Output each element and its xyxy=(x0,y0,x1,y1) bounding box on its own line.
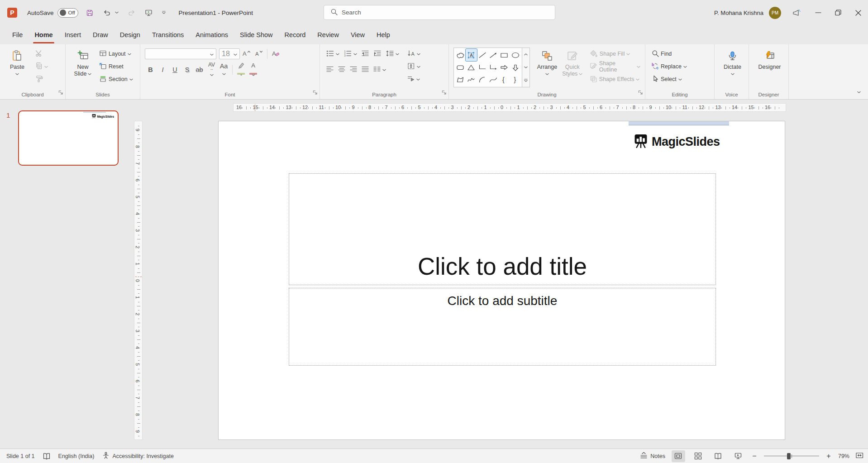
shape-text-box[interactable]: A xyxy=(466,49,477,61)
columns-button-chevron-icon[interactable] xyxy=(382,67,386,73)
zoom-slider-thumb[interactable] xyxy=(787,453,791,459)
shape-line[interactable] xyxy=(477,49,488,61)
shape-down-arrow[interactable] xyxy=(510,61,521,73)
font-color-button[interactable]: A xyxy=(248,64,259,76)
increase-indent-button[interactable] xyxy=(372,49,383,59)
shape-left-brace[interactable]: { xyxy=(499,74,510,86)
tab-file[interactable]: File xyxy=(6,25,29,44)
zoom-out-button[interactable]: − xyxy=(751,452,758,460)
character-spacing-button-chevron-icon[interactable] xyxy=(210,71,214,78)
shape-elbow-arrow-connector[interactable] xyxy=(488,61,499,73)
change-case-button-chevron-icon[interactable] xyxy=(222,70,226,77)
shape-rounded-rectangle[interactable] xyxy=(455,61,466,73)
increase-font-size-button[interactable]: A xyxy=(241,49,252,59)
section-button[interactable]: Section xyxy=(97,74,135,85)
select-button[interactable]: Select xyxy=(650,74,684,85)
save-icon[interactable] xyxy=(85,7,95,18)
character-spacing-button[interactable]: AV↔ xyxy=(206,64,217,76)
select-button-chevron-icon[interactable] xyxy=(678,76,682,82)
zoom-in-button[interactable]: + xyxy=(825,452,832,460)
magicslides-logo[interactable]: MagicSlides xyxy=(634,134,720,150)
shape-elbow-connector[interactable] xyxy=(477,61,488,73)
align-text-button-chevron-icon[interactable] xyxy=(417,63,420,70)
autosave-control[interactable]: AutoSave Off xyxy=(27,8,78,18)
dictate-button[interactable]: Dictate xyxy=(720,48,745,77)
undo-chevron-icon[interactable] xyxy=(114,7,120,18)
shapes-scroll-down-icon[interactable] xyxy=(522,61,529,74)
tab-home[interactable]: Home xyxy=(29,25,58,44)
fit-to-window-icon[interactable] xyxy=(856,452,863,461)
underline-button[interactable]: U xyxy=(169,64,181,76)
user-name[interactable]: P. Mohana Krishna xyxy=(714,10,763,16)
qat-customize-icon[interactable] xyxy=(161,7,167,18)
font-size-combo[interactable]: 18 xyxy=(219,48,240,59)
whats-new-megaphone-icon[interactable] xyxy=(791,7,802,18)
bullets-button[interactable] xyxy=(324,49,341,59)
columns-button[interactable] xyxy=(372,65,388,75)
quick-styles-button[interactable]: Quick Styles xyxy=(560,48,585,87)
shape-fill-button-chevron-icon[interactable] xyxy=(626,51,630,57)
horizontal-ruler[interactable]: 1615141312111098765432101234567891011121… xyxy=(233,103,786,112)
search-box[interactable]: Search xyxy=(324,5,555,20)
autosave-toggle[interactable]: Off xyxy=(57,8,78,18)
convert-to-smartart-button-chevron-icon[interactable] xyxy=(416,76,420,82)
shape-outline-button-chevron-icon[interactable] xyxy=(637,63,640,70)
font-name-chevron-icon[interactable] xyxy=(210,50,214,58)
shape-rectangle[interactable] xyxy=(499,49,510,61)
replace-button-chevron-icon[interactable] xyxy=(683,63,687,70)
text-direction-button-chevron-icon[interactable] xyxy=(417,51,420,57)
start-slideshow-icon[interactable] xyxy=(143,7,154,18)
shape-curve[interactable] xyxy=(488,74,499,86)
reset-button[interactable]: Reset xyxy=(97,62,125,72)
subtitle-placeholder[interactable]: Click to add subtitle xyxy=(289,288,716,366)
normal-view-button[interactable] xyxy=(672,450,685,462)
avatar[interactable]: PM xyxy=(769,7,781,19)
convert-to-smartart-button[interactable] xyxy=(405,74,422,84)
slideshow-view-button[interactable] xyxy=(731,450,745,462)
tab-design[interactable]: Design xyxy=(114,25,146,44)
align-center-button[interactable] xyxy=(336,65,347,75)
format-painter-button[interactable] xyxy=(33,74,45,85)
shape-right-brace[interactable]: } xyxy=(510,74,521,86)
align-text-button[interactable] xyxy=(405,62,422,72)
powerpoint-app-icon[interactable]: P xyxy=(7,8,17,18)
slide-sorter-view-button[interactable] xyxy=(692,450,705,462)
language-indicator[interactable]: English (India) xyxy=(58,453,95,459)
copy-button-chevron-icon[interactable] xyxy=(44,63,48,70)
layout-button-chevron-icon[interactable] xyxy=(128,51,131,57)
tab-animations[interactable]: Animations xyxy=(190,25,234,44)
italic-button[interactable]: I xyxy=(157,64,168,76)
zoom-level[interactable]: 79% xyxy=(838,453,849,459)
font-size-chevron-icon[interactable] xyxy=(234,50,237,58)
tab-record[interactable]: Record xyxy=(279,25,312,44)
shape-arc[interactable] xyxy=(477,74,488,86)
shape-effects-button-chevron-icon[interactable] xyxy=(636,76,639,82)
numbering-button-chevron-icon[interactable] xyxy=(353,51,357,57)
slide-thumbnail[interactable]: MagicSlides xyxy=(18,110,119,166)
shape-effects-button[interactable]: Shape Effects xyxy=(588,74,642,85)
tab-view[interactable]: View xyxy=(345,25,371,44)
reading-view-button[interactable] xyxy=(711,450,725,462)
arrange-button[interactable]: Arrange xyxy=(534,48,560,87)
title-placeholder[interactable]: Click to add title xyxy=(289,173,716,285)
restore-button[interactable] xyxy=(828,0,848,25)
tab-transitions[interactable]: Transitions xyxy=(146,25,190,44)
shape-isosceles-triangle[interactable] xyxy=(466,61,477,73)
copy-button[interactable] xyxy=(33,61,50,72)
shape-outline-button[interactable]: Shape Outline xyxy=(588,59,642,74)
tab-insert[interactable]: Insert xyxy=(59,25,87,44)
shape-right-arrow[interactable] xyxy=(499,61,510,73)
bullets-button-chevron-icon[interactable] xyxy=(336,51,339,57)
shape-scribble[interactable] xyxy=(466,74,477,86)
line-spacing-button-chevron-icon[interactable] xyxy=(396,51,399,57)
numbering-button[interactable]: 123 xyxy=(342,49,359,59)
strikethrough-button[interactable]: ab xyxy=(194,64,205,76)
close-button[interactable] xyxy=(848,0,868,25)
font-name-combo[interactable] xyxy=(145,48,216,59)
align-left-button[interactable] xyxy=(324,65,335,75)
align-right-button[interactable] xyxy=(348,65,359,75)
cut-button[interactable] xyxy=(33,49,44,59)
decrease-indent-button[interactable] xyxy=(360,49,371,59)
replace-button[interactable]: bcReplace xyxy=(650,62,689,72)
new-slide-button[interactable]: New Slide xyxy=(70,48,95,86)
